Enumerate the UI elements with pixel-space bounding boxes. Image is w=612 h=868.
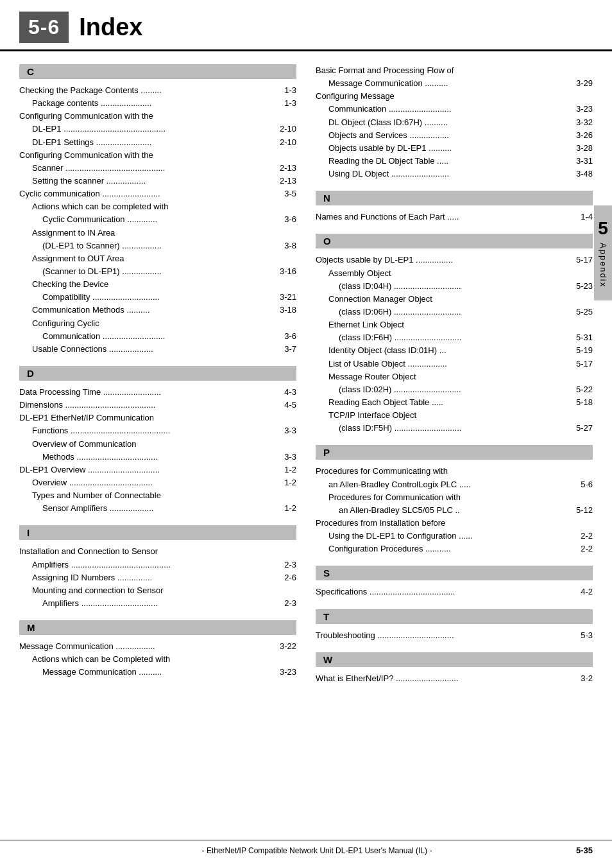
entry-label: Mounting and connection to Sensor — [32, 584, 296, 597]
entry-page: 5-6 — [578, 478, 593, 491]
entry-page: 3-48 — [574, 168, 593, 180]
entry-label: Message Router Object — [328, 370, 593, 383]
index-entry: Configuration Procedures ...........2-2 — [316, 542, 593, 555]
entry-label: Connection Manager Object — [328, 293, 593, 306]
entry-label: an Allen-Bradley ControlLogix PLC ..... — [328, 478, 578, 491]
entry-page: 3-22 — [277, 640, 296, 653]
entry-label: Procedures from Installation before — [316, 517, 593, 530]
index-entry: DL-EP1 Settings ........................… — [19, 136, 296, 149]
index-entry: Using DL Object ........................… — [316, 168, 593, 180]
section-letter: M — [19, 620, 296, 635]
index-section: What is EtherNet/IP? ...................… — [316, 672, 593, 685]
index-entry: Reading the DL Object Table .....3-31 — [316, 155, 593, 168]
entry-page: 2-3 — [282, 597, 296, 610]
entry-page: 5-19 — [574, 344, 593, 357]
index-entry: DL-EP1 .................................… — [19, 123, 296, 135]
entry-label: Actions which can be completed with — [32, 200, 296, 213]
section-letter: I — [19, 525, 296, 540]
entry-label: (class ID:F5H) .........................… — [339, 422, 574, 435]
index-entry: an Allen-Bradley SLC5/05 PLC ..5-12 — [316, 504, 593, 517]
entry-label: Communication ..........................… — [42, 330, 282, 343]
entry-label: Data Processing Time ...................… — [19, 386, 282, 399]
index-entry: Configuring Communication with the — [19, 110, 296, 123]
entry-page: 5-25 — [574, 306, 593, 318]
entry-label: DL Object (Class ID:67H) .......... — [328, 116, 574, 129]
entry-page: 3-28 — [574, 142, 593, 155]
index-entry: Usable Connections ...................3-… — [19, 343, 296, 356]
index-section: Procedures for Communicating withan Alle… — [316, 465, 593, 555]
entry-label: Objects usable by DL-EP1 .......... — [328, 142, 574, 155]
sidebar-label: Appendix — [599, 243, 608, 288]
index-entry: (Scanner to DL-EP1) .................3-1… — [19, 265, 296, 278]
section-letter: D — [19, 366, 296, 381]
index-entry: Identity Object (class ID:01H) ...5-19 — [316, 344, 593, 357]
index-section: Checking the Package Contents .........1… — [19, 84, 296, 356]
entry-label: Procedures for Communicating with — [316, 465, 593, 478]
entry-page: 3-5 — [282, 187, 296, 200]
entry-label: Checking the Device — [32, 278, 296, 291]
entry-page: 2-10 — [277, 123, 296, 135]
entry-label: (class ID:F6H) .........................… — [339, 331, 574, 344]
entry-label: Scanner ................................… — [32, 162, 277, 175]
entry-page: 2-6 — [282, 571, 296, 584]
entry-label: What is EtherNet/IP? ...................… — [316, 672, 578, 685]
index-entry: Troubleshooting ........................… — [316, 629, 593, 642]
entry-label: Actions which can be Completed with — [32, 653, 296, 666]
entry-page: 3-26 — [574, 129, 593, 142]
entry-page: 1-3 — [282, 97, 296, 110]
entry-label: Configuring Cyclic — [32, 317, 296, 330]
index-entry: Objects usable by DL-EP1 ...............… — [316, 254, 593, 266]
index-entry: Basic Format and Processing Flow of — [316, 64, 593, 77]
index-entry: Cyclic communication ...................… — [19, 187, 296, 200]
index-entry: Communication Methods ..........3-18 — [19, 304, 296, 317]
index-entry: Checking the Package Contents .........1… — [19, 84, 296, 97]
index-entry: Objects and Services .................3-… — [316, 129, 593, 142]
index-entry: (class ID:F5H) .........................… — [316, 422, 593, 435]
index-section: Basic Format and Processing Flow ofMessa… — [316, 64, 593, 180]
index-entry: Assignment to OUT Area — [19, 252, 296, 265]
entry-page: 2-13 — [277, 162, 296, 175]
index-entry: Using the DL-EP1 to Configuration ......… — [316, 530, 593, 542]
index-entry: What is EtherNet/IP? ...................… — [316, 672, 593, 685]
entry-label: Procedures for Communication with — [328, 491, 593, 504]
entry-label: Installation and Connection to Sensor — [19, 545, 296, 558]
section-letter: W — [316, 652, 593, 667]
index-entry: Procedures for Communicating with — [316, 465, 593, 478]
section-letter: S — [316, 566, 593, 580]
entry-label: Assigning ID Numbers ............... — [32, 571, 282, 584]
entry-label: TCP/IP Interface Object — [328, 409, 593, 422]
index-entry: Message Communication .................3… — [19, 640, 296, 653]
entry-label: Overview of Communication — [32, 438, 296, 451]
entry-page: 5-22 — [574, 383, 593, 396]
index-entry: List of Usable Object .................5… — [316, 358, 593, 370]
index-entry: Actions which can be completed with — [19, 200, 296, 213]
entry-page: 1-2 — [282, 464, 296, 476]
index-entry: Scanner ................................… — [19, 162, 296, 175]
entry-label: Setting the scanner ................. — [32, 175, 277, 187]
entry-page: 3-3 — [282, 424, 296, 437]
entry-page: 4-2 — [578, 586, 593, 598]
index-entry: Communication ..........................… — [316, 103, 593, 116]
index-entry: Reading Each Object Table .....5-18 — [316, 396, 593, 409]
entry-label: DL-EP1 Overview ........................… — [19, 464, 282, 476]
entry-label: Communication Methods .......... — [32, 304, 277, 317]
entry-label: Reading the DL Object Table ..... — [328, 155, 574, 168]
entry-label: Functions ..............................… — [32, 424, 282, 437]
right-column: Basic Format and Processing Flow ofMessa… — [316, 64, 593, 691]
entry-label: Using DL Object ........................… — [328, 168, 574, 180]
entry-label: Configuring Communication with the — [19, 110, 296, 123]
entry-page: 2-13 — [277, 175, 296, 187]
index-entry: Actions which can be Completed with — [19, 653, 296, 666]
section-letter: P — [316, 445, 593, 460]
entry-page: 1-2 — [282, 476, 296, 489]
index-entry: Message Router Object — [316, 370, 593, 383]
entry-page: 2-10 — [277, 136, 296, 149]
index-section: Installation and Connection to SensorAmp… — [19, 545, 296, 610]
index-entry: Names and Functions of Each Part .....1-… — [316, 211, 593, 223]
index-entry: Message Communication ..........3-23 — [19, 666, 296, 679]
chapter-number: 5-6 — [19, 12, 69, 43]
index-entry: Assigning ID Numbers ...............2-6 — [19, 571, 296, 584]
entry-page: 3-8 — [282, 239, 296, 252]
entry-label: Compatibility ..........................… — [42, 291, 277, 304]
entry-label: Package contents ...................... — [32, 97, 282, 110]
